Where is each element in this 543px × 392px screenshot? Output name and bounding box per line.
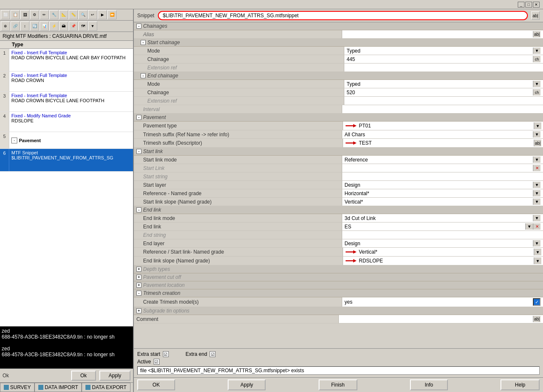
prop-value-end-mode[interactable]: Typed ▼ [344,80,543,88]
toolbar-icon-g[interactable]: 🏔 [59,21,68,31]
prop-value-comment[interactable]: ab| [339,315,543,323]
pavement-type-dropdown[interactable]: ▼ [534,122,541,129]
tab-survey[interactable]: SURVEY [0,383,35,392]
start-link-delete[interactable]: ✕ [533,165,540,171]
section-header-start-chainage[interactable]: - Start chainage [134,39,543,47]
toolbar-icon-5[interactable]: ✏ [40,10,49,19]
toolbar-icon-9[interactable]: 🔍 [78,10,88,19]
section-header-chainages[interactable]: - Chainages [134,22,543,30]
toolbar-icon-7[interactable]: 📐 [59,10,68,19]
bottom-finish-button[interactable]: Finish [319,379,357,390]
toolbar-icon-j[interactable]: ▼ [88,21,97,31]
start-layer-dropdown[interactable]: ▼ [533,182,540,188]
snippet-edit-btn[interactable]: ab| [531,11,540,20]
toolbar-icon-6[interactable]: 🔧 [49,10,59,19]
section-header-pavement-cut-off[interactable]: + Pavement cut off [134,273,543,281]
list-item[interactable]: 1 Fixed - Insert Full Template ROAD CROW… [0,49,133,72]
active-checkbox[interactable]: ☑ [154,359,160,365]
end-chainage-edit[interactable]: ch [533,89,540,95]
toolbar-icon-d[interactable]: 🔄 [30,21,39,31]
toolbar-icon-a[interactable]: ⊕ [1,21,10,31]
tab-data-import[interactable]: DATA IMPORT [35,383,82,392]
section-header-end-link[interactable]: - End link [134,206,543,214]
expand-icon-5[interactable]: - [11,138,17,143]
toolbar-icon-f[interactable]: ⚡ [49,21,59,31]
end-link-mode-dropdown[interactable]: ▼ [533,215,540,221]
bottom-apply-button[interactable]: Apply [228,379,266,390]
toolbar-icon-c[interactable]: ↕ [20,21,29,31]
section-header-depth-types[interactable]: + Depth types [134,265,543,273]
toolbar-icon-h[interactable]: 📌 [69,21,78,31]
prop-value-create-trimesh[interactable]: yes ✓ [342,297,543,307]
list-item[interactable]: 2 Fixed - Insert Full Template ROAD CROW… [0,72,133,92]
bottom-ok-button[interactable]: OK [137,379,175,390]
section-toggle-start-link[interactable]: - [136,149,141,154]
section-toggle-end-chainage[interactable]: - [141,73,146,78]
prop-value-start-layer[interactable]: Design ▼ [342,181,543,189]
extra-start-checkbox[interactable]: ☑ [163,351,169,357]
trimesh-ref-dropdown[interactable]: ▼ [533,131,540,138]
section-toggle-pavement-cut-off[interactable]: + [136,275,141,280]
prop-value-start-string[interactable] [342,172,543,180]
toolbar-icon-2[interactable]: 📋 [11,10,20,19]
ref-start-link-dropdown[interactable]: ▼ [534,249,541,255]
comment-edit-btn[interactable]: ab| [533,316,540,322]
section-toggle-start-chainage[interactable]: - [141,40,146,45]
section-header-pavement-location[interactable]: + Pavement location [134,281,543,289]
ok-button[interactable]: Ok [71,371,96,381]
tab-data-export[interactable]: DATA EXPORT [82,383,130,392]
toolbar-icon-b[interactable]: 🔗 [11,21,20,31]
trimesh-desc-edit[interactable]: ab| [534,140,541,146]
start-chainage-edit[interactable]: ch [533,56,540,62]
section-toggle-pavement-location[interactable]: + [136,283,141,288]
prop-value-trimesh-desc[interactable]: TEST ab| [343,139,543,147]
toolbar-icon-12[interactable]: ⏩ [107,10,117,19]
toolbar-icon-1[interactable]: ⬜ [1,10,10,19]
section-toggle-chainages[interactable]: - [136,24,141,29]
start-mode-dropdown[interactable]: ▼ [533,48,540,54]
toolbar-icon-11[interactable]: ▶ [98,10,107,19]
minimize-btn[interactable]: _ [518,2,524,8]
end-link-dropdown[interactable]: ▼ [525,223,533,230]
maximize-btn[interactable]: □ [525,2,532,8]
prop-value-end-link-slope[interactable]: RDSLOPE ▼ [343,257,543,265]
prop-value-end-link-val[interactable]: ES ▼ ✕ [342,222,543,230]
prop-value-end-ext[interactable] [344,97,543,105]
prop-value-start-chainage-val[interactable]: 445 ch [344,55,543,63]
toolbar-icon-10[interactable]: ↩ [88,10,97,19]
toolbar-icon-i[interactable]: 🗺 [78,21,88,31]
section-header-trimesh-creation[interactable]: - Trimesh creation [134,289,543,297]
bottom-info-button[interactable]: Info [410,379,448,390]
list-item-selected[interactable]: 6 MTF Snippet $LIB\TRI_PAVEMENT_NEW_FROM… [0,149,133,172]
prop-value-end-chainage-val[interactable]: 520 ch [344,88,543,96]
toolbar-icon-e[interactable]: 📊 [40,21,49,31]
prop-value-ref-start-link[interactable]: Vertical* ▼ [343,248,543,256]
list-item[interactable]: 4 Fixed - Modify Named Grade RDSLOPE [0,112,133,132]
create-trimesh-checkbox[interactable]: ✓ [533,298,540,306]
prop-value-alias[interactable]: ab| [342,30,543,38]
toolbar-icon-4[interactable]: ⚙ [30,10,39,19]
prop-value-pavement-type[interactable]: PT01 ▼ [343,122,543,130]
end-layer-dropdown[interactable]: ▼ [533,240,540,246]
prop-value-trimesh-ref[interactable]: All Chars ▼ [342,130,543,138]
end-mode-dropdown[interactable]: ▼ [533,81,540,87]
alias-edit-btn[interactable]: ab| [533,31,540,37]
section-toggle-subgrade-tin[interactable]: + [136,308,141,313]
end-link-delete[interactable]: ✕ [533,223,540,230]
prop-value-start-link-val[interactable]: ✕ [342,164,543,172]
section-header-end-chainage[interactable]: - End chainage [134,72,543,80]
section-header-subgrade-tin[interactable]: + Subgrade tin options [134,307,543,315]
prop-value-ref-named-grade[interactable]: Horizontal* ▼ [342,189,543,197]
start-link-mode-dropdown[interactable]: ▼ [533,156,540,163]
ref-named-grade-dropdown[interactable]: ▼ [533,190,540,196]
bottom-help-button[interactable]: Help [500,379,540,390]
close-btn[interactable]: ✕ [533,2,540,8]
section-toggle-pavement[interactable]: - [136,115,141,120]
toolbar-icon-8[interactable]: 📏 [69,10,78,19]
prop-value-start-mode[interactable]: Typed ▼ [344,47,543,55]
apply-button[interactable]: Apply [99,371,130,381]
section-header-pavement[interactable]: - Pavement [134,114,543,122]
prop-value-end-layer[interactable]: Design ▼ [342,239,543,247]
list-item[interactable]: 5 - Pavement [0,132,133,149]
prop-value-interval[interactable] [342,105,543,113]
